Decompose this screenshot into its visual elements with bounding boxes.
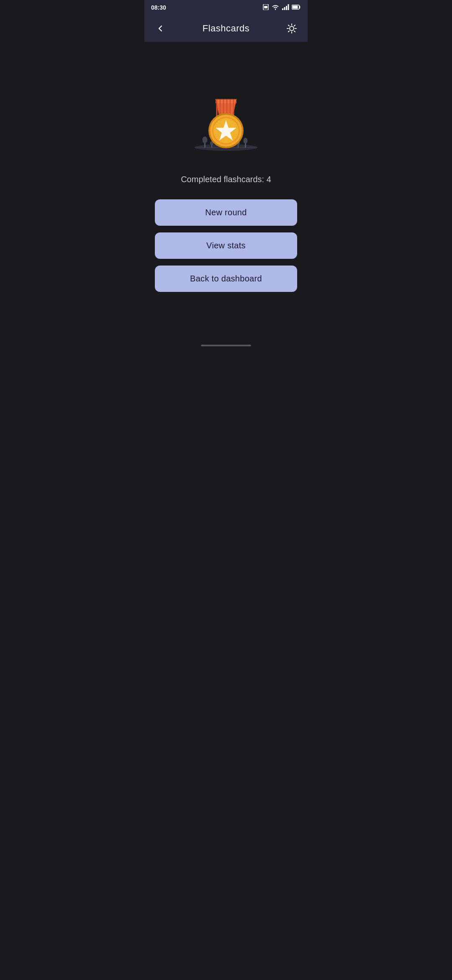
medal-illustration	[184, 83, 268, 158]
completed-flashcards-text: Completed flashcards: 4	[181, 175, 271, 184]
battery-icon	[292, 5, 301, 11]
home-indicator	[201, 345, 251, 346]
svg-line-15	[288, 31, 289, 32]
svg-line-14	[294, 31, 295, 32]
header: Flashcards	[144, 15, 308, 42]
sim-icon	[262, 4, 269, 11]
back-button[interactable]	[153, 21, 168, 36]
svg-point-22	[244, 138, 248, 144]
bottom-bar	[144, 341, 308, 353]
svg-line-16	[294, 25, 295, 26]
status-icons	[262, 4, 301, 11]
back-to-dashboard-button[interactable]: Back to dashboard	[155, 266, 297, 292]
svg-rect-5	[288, 4, 289, 10]
brightness-button[interactable]	[284, 21, 299, 36]
status-time: 08:30	[151, 4, 166, 11]
svg-rect-7	[293, 5, 298, 8]
svg-point-20	[203, 137, 208, 143]
svg-rect-4	[286, 6, 287, 10]
view-stats-button[interactable]: View stats	[155, 232, 297, 259]
svg-point-8	[290, 26, 294, 31]
new-round-button[interactable]: New round	[155, 199, 297, 226]
page-title: Flashcards	[203, 23, 250, 34]
status-bar: 08:30	[144, 0, 308, 15]
signal-icon	[282, 4, 289, 11]
svg-rect-2	[282, 8, 283, 10]
svg-rect-1	[264, 6, 267, 8]
wifi-icon	[272, 4, 279, 11]
buttons-container: New round View stats Back to dashboard	[155, 199, 297, 292]
svg-line-13	[288, 25, 289, 26]
svg-rect-3	[284, 7, 285, 10]
main-content: Completed flashcards: 4 New round View s…	[144, 42, 308, 341]
